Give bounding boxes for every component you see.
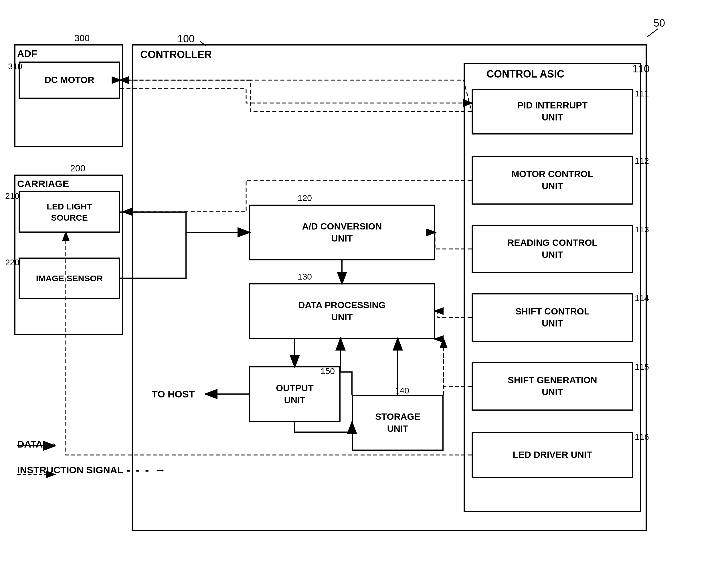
legend-data-text: DATA: [17, 439, 43, 450]
pid-interrupt-box: PID INTERRUPTUNIT: [472, 89, 633, 134]
diagram-container: 50 100 CONTROLLER 110 CONTROL ASIC PID I…: [0, 0, 728, 564]
ref-115: 115: [635, 362, 649, 372]
shift-gen-box: SHIFT GENERATIONUNIT: [472, 362, 633, 411]
ref-200: 200: [70, 163, 85, 174]
data-processing-box: DATA PROCESSINGUNIT: [249, 283, 435, 339]
image-sensor-box: IMAGE SENSOR: [19, 258, 120, 299]
led-light-box: LED LIGHTSOURCE: [19, 191, 120, 233]
ad-conversion-box: A/D CONVERSIONUNIT: [249, 205, 435, 260]
ref-110: 110: [632, 63, 650, 75]
ref-50: 50: [654, 17, 665, 29]
legend-data: DATA →: [17, 438, 58, 451]
ref-220: 220: [5, 258, 19, 267]
legend-data-arrow: →: [46, 438, 58, 451]
legend-instruction-arrow: - - - →: [126, 464, 167, 476]
ref-116: 116: [635, 432, 649, 442]
ref-140: 140: [395, 386, 409, 395]
shift-control-box: SHIFT CONTROLUNIT: [472, 293, 633, 342]
ref-114: 114: [635, 293, 649, 303]
to-host-label: TO HOST: [152, 389, 195, 400]
control-asic-label: CONTROL ASIC: [486, 68, 564, 80]
ref-130: 130: [298, 272, 312, 282]
motor-control-box: MOTOR CONTROLUNIT: [472, 156, 633, 205]
adf-label: ADF: [17, 48, 37, 59]
controller-label: CONTROLLER: [140, 49, 212, 61]
ref-300: 300: [74, 33, 90, 43]
ref-100: 100: [177, 33, 195, 45]
dc-motor-box: DC MOTOR: [19, 62, 120, 99]
legend-instruction-text: INSTRUCTION SIGNAL: [17, 464, 123, 476]
led-driver-box: LED DRIVER UNIT: [472, 432, 633, 478]
ref-310: 310: [8, 62, 22, 71]
ref-112: 112: [635, 156, 649, 166]
ref-111: 111: [635, 89, 649, 98]
svg-line-2: [647, 29, 658, 37]
storage-unit-box: STORAGEUNIT: [352, 395, 444, 451]
ref-120: 120: [298, 193, 312, 203]
reading-control-box: READING CONTROLUNIT: [472, 225, 633, 273]
carriage-label: CARRIAGE: [17, 178, 69, 189]
ref-150: 150: [321, 366, 335, 376]
legend-instruction: INSTRUCTION SIGNAL - - - →: [17, 464, 167, 476]
ref-210: 210: [5, 191, 19, 201]
ref-113: 113: [635, 225, 649, 234]
